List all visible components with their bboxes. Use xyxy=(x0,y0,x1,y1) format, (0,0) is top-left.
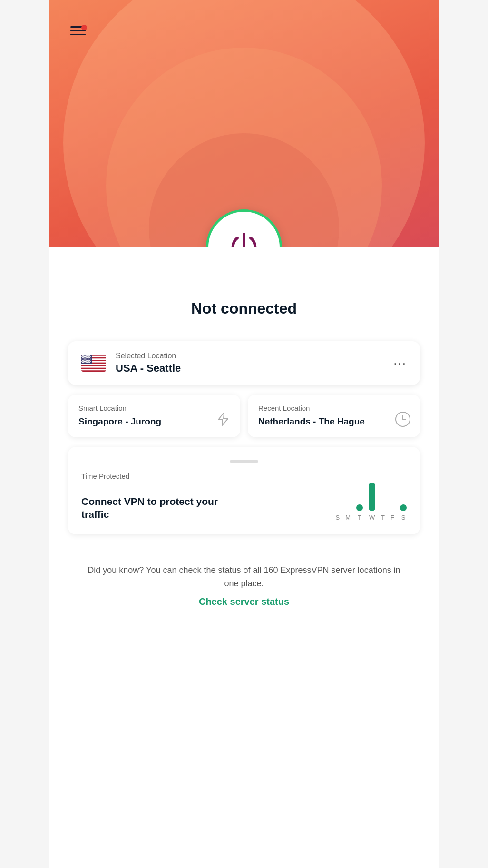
svg-point-48 xyxy=(85,361,86,362)
flag-icon xyxy=(81,355,106,372)
svg-point-24 xyxy=(83,357,84,358)
svg-point-58 xyxy=(88,362,89,363)
svg-point-19 xyxy=(86,356,87,357)
svg-rect-5 xyxy=(81,366,106,368)
lightning-icon xyxy=(215,411,232,428)
svg-point-41 xyxy=(86,360,87,361)
svg-point-29 xyxy=(89,357,90,358)
svg-point-51 xyxy=(88,361,89,362)
drag-handle xyxy=(230,460,258,463)
recent-location-name: Netherlands - The Hague xyxy=(258,416,410,428)
smart-location-card[interactable]: Smart Location Singapore - Jurong xyxy=(68,395,240,437)
svg-point-14 xyxy=(89,355,90,356)
recent-location-label: Recent Location xyxy=(258,404,410,412)
svg-point-9 xyxy=(83,355,84,356)
svg-point-35 xyxy=(88,358,88,359)
svg-rect-4 xyxy=(81,364,106,365)
svg-point-59 xyxy=(89,362,90,363)
svg-point-52 xyxy=(90,361,91,362)
menu-button[interactable] xyxy=(68,24,88,38)
chart-day-s1: S xyxy=(336,504,340,521)
clock-icon xyxy=(394,411,411,428)
chart-day-m: M xyxy=(345,504,351,521)
svg-point-18 xyxy=(85,356,86,357)
selected-location-name: USA - Seattle xyxy=(116,362,393,375)
svg-point-12 xyxy=(87,355,88,356)
chart-day-t2: T xyxy=(381,504,385,521)
svg-point-49 xyxy=(86,361,87,362)
notification-dot xyxy=(81,25,87,30)
svg-point-42 xyxy=(87,360,88,361)
info-text: Did you know? You can check the status o… xyxy=(81,563,407,591)
chart-day-s2: S xyxy=(400,500,407,521)
svg-point-21 xyxy=(88,356,89,357)
svg-point-17 xyxy=(84,356,85,357)
svg-point-32 xyxy=(84,358,85,359)
power-icon xyxy=(227,231,261,247)
location-info: Selected Location USA - Seattle xyxy=(116,352,393,375)
svg-point-8 xyxy=(82,355,83,356)
content-area: Not connected xyxy=(49,247,439,868)
info-section: Did you know? You can check the status o… xyxy=(68,554,420,617)
svg-point-50 xyxy=(88,361,88,362)
svg-point-11 xyxy=(86,355,87,356)
selected-location-card[interactable]: Selected Location USA - Seattle ··· xyxy=(68,341,420,385)
svg-point-37 xyxy=(90,358,91,359)
svg-point-55 xyxy=(84,362,85,363)
svg-point-16 xyxy=(83,356,84,357)
svg-point-28 xyxy=(88,357,89,358)
time-protected-card: Time Protected Connect VPN to protect yo… xyxy=(68,447,420,534)
svg-point-27 xyxy=(87,357,88,358)
activity-chart: S M T W xyxy=(336,483,407,521)
chart-day-t1: T xyxy=(356,500,363,521)
svg-point-30 xyxy=(81,358,82,359)
svg-point-53 xyxy=(82,362,83,363)
svg-point-26 xyxy=(86,357,87,358)
power-button[interactable] xyxy=(206,209,282,247)
svg-point-15 xyxy=(81,356,82,357)
svg-point-13 xyxy=(88,355,89,356)
time-protected-label: Time Protected xyxy=(81,472,407,480)
time-protected-body: Connect VPN to protect your traffic S M xyxy=(81,483,407,521)
chart-day-w: W xyxy=(369,483,375,521)
svg-point-46 xyxy=(83,361,84,362)
smart-location-name: Singapore - Jurong xyxy=(78,416,230,428)
smart-location-label: Smart Location xyxy=(78,404,230,412)
time-protected-description: Connect VPN to protect your traffic xyxy=(81,495,224,521)
svg-point-38 xyxy=(82,360,83,361)
svg-point-43 xyxy=(88,360,89,361)
svg-point-44 xyxy=(89,360,90,361)
svg-point-20 xyxy=(88,356,88,357)
svg-point-47 xyxy=(84,361,85,362)
svg-rect-6 xyxy=(81,369,106,370)
recent-location-card[interactable]: Recent Location Netherlands - The Hague xyxy=(248,395,420,437)
check-server-link[interactable]: Check server status xyxy=(199,596,289,607)
svg-point-25 xyxy=(84,357,85,358)
svg-point-23 xyxy=(82,357,83,358)
hero-section xyxy=(49,0,439,247)
svg-point-39 xyxy=(83,360,84,361)
svg-point-56 xyxy=(86,362,87,363)
svg-point-22 xyxy=(90,356,91,357)
svg-point-57 xyxy=(87,362,88,363)
svg-point-54 xyxy=(83,362,84,363)
svg-point-10 xyxy=(84,355,85,356)
location-row: Smart Location Singapore - Jurong Recent… xyxy=(68,395,420,437)
chart-day-f: F xyxy=(390,504,394,521)
svg-point-40 xyxy=(84,360,85,361)
svg-point-34 xyxy=(86,358,87,359)
power-button-wrapper xyxy=(206,209,282,247)
selected-location-label: Selected Location xyxy=(116,352,393,360)
svg-point-33 xyxy=(85,358,86,359)
more-options-button[interactable]: ··· xyxy=(393,356,407,371)
connection-status: Not connected xyxy=(191,300,297,317)
svg-point-36 xyxy=(88,358,89,359)
svg-point-31 xyxy=(83,358,84,359)
svg-point-45 xyxy=(81,361,82,362)
